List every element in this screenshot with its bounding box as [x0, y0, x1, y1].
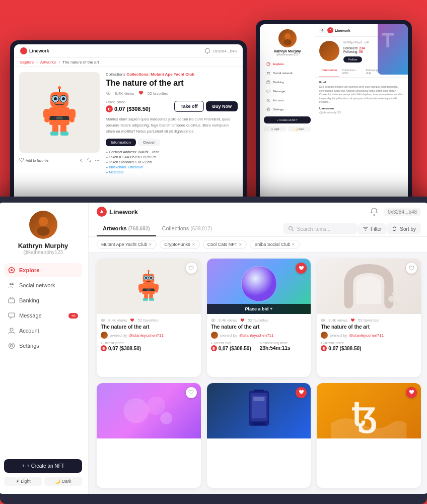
- laptop-sort-btn[interactable]: Sort by: [387, 223, 421, 234]
- nft-card-3-heart[interactable]: [406, 263, 417, 274]
- tablet-right-nav-account[interactable]: Account: [264, 96, 311, 104]
- tablet-right-nav-social[interactable]: Social network: [264, 69, 311, 77]
- message-nav-icon: [8, 312, 15, 319]
- laptop-nav-account[interactable]: Account: [4, 324, 82, 338]
- nft-card-1-heart[interactable]: [186, 263, 197, 274]
- nft-tezos: ꜩ: [317, 383, 421, 438]
- explore-nav-icon: [8, 267, 15, 274]
- views-icon-3: [321, 318, 325, 323]
- tag-shiba[interactable]: Shiba Social Club ✕: [250, 240, 300, 249]
- svg-rect-5: [267, 81, 270, 84]
- laptop-light-btn[interactable]: ☀ Light: [4, 477, 42, 486]
- nft-card-6-heart[interactable]: [406, 387, 417, 398]
- tt-breadcrumb: Explore › Artworks › The nature of the a…: [14, 58, 243, 67]
- nft-card-1-stats: 8.4k views 52 favorites: [101, 318, 197, 323]
- svg-point-81: [212, 320, 214, 321]
- svg-point-71: [155, 289, 158, 292]
- tablet-right-create-btn[interactable]: + Create an NFT: [264, 116, 311, 123]
- tablet-right-nav-explore[interactable]: Explore: [264, 60, 311, 68]
- laptop-tab-collections[interactable]: Collections (639,812): [156, 221, 219, 236]
- svg-point-40: [108, 93, 109, 94]
- tab-information-btn[interactable]: Information: [106, 139, 136, 146]
- nft-card-5-heart[interactable]: [296, 387, 307, 398]
- svg-rect-33: [50, 132, 58, 136]
- nft-card-6-image: ꜩ: [317, 383, 421, 438]
- laptop-nav: Explore Social network Banking Message +…: [4, 263, 82, 455]
- nft-card-2-bid-btn[interactable]: Place a bid +: [207, 304, 311, 314]
- laptop-nft-grid: 8.4k views 52 favorites The nature of th…: [89, 253, 427, 494]
- tablet-right-nav-settings[interactable]: Settings: [264, 105, 311, 113]
- tablet-right-dark-btn[interactable]: 🌙 Dark: [288, 127, 311, 132]
- tt-buy-now-btn[interactable]: Buy Now: [206, 101, 238, 111]
- tag-mutant-ape[interactable]: Mutant Ape Yacht Club ✕: [97, 240, 157, 249]
- tablet-right-logo-text: Linework: [335, 29, 350, 32]
- nft-card-2-price: Ð 0,07 ($308.50): [211, 345, 258, 351]
- svg-point-53: [289, 227, 292, 230]
- nft-phone: [207, 383, 311, 438]
- laptop-bell-icon[interactable]: [370, 207, 379, 216]
- tab-owner-btn[interactable]: Owner: [138, 139, 160, 146]
- views-icon-1: [101, 318, 105, 323]
- nft-card-1-title: The nature of the art: [101, 324, 197, 330]
- svg-point-41: [38, 217, 48, 226]
- svg-point-0: [284, 33, 291, 39]
- laptop-search[interactable]: Search items...: [283, 223, 358, 234]
- tablet-right-nav-message[interactable]: Message: [264, 87, 311, 95]
- tablet-right-light-btn[interactable]: ☀ Light: [264, 127, 287, 132]
- tablet-right-brief-title: Brief: [319, 81, 404, 84]
- nft-card-3-owner: owned by @stanleycohen711: [321, 332, 417, 339]
- tt-more-btn[interactable]: [95, 158, 100, 163]
- settings-nav-icon: [8, 342, 15, 349]
- nft-card-2: Place a bid + 8.4k views 52 favorites Th…: [207, 259, 311, 377]
- tt-share-btn[interactable]: [79, 158, 84, 163]
- laptop-tab-artworks[interactable]: Artworks (768,682): [97, 221, 156, 236]
- tag-cool-cats[interactable]: Cool Cats NFT ✕: [203, 240, 247, 249]
- svg-point-19: [54, 97, 57, 100]
- laptop-nav-banking[interactable]: Banking: [4, 293, 82, 307]
- nft-card-4-heart[interactable]: [186, 387, 197, 398]
- laptop-nav-explore[interactable]: Explore: [4, 263, 82, 277]
- bc-explore[interactable]: Explore: [20, 60, 34, 65]
- svg-rect-6: [267, 90, 270, 92]
- tab-collections[interactable]: Collections (268): [339, 67, 363, 77]
- laptop-nav-settings[interactable]: Settings: [4, 339, 82, 353]
- nft-card-2-info: 8.4k views 52 favorites The nature of th…: [207, 314, 311, 355]
- nft-card-1-owner-link[interactable]: @stanleycohen711: [129, 333, 164, 338]
- tag-cryptopunks[interactable]: CryptoPunks ✕: [160, 240, 200, 249]
- tablet-right-brief: Brief Duis expedita beatae sunt ducimus …: [315, 78, 408, 117]
- tt-header-right: 0x3284...b48: [204, 48, 237, 54]
- laptop-create-btn[interactable]: + + Create an NFT: [4, 459, 82, 473]
- nft-card-4: [97, 383, 201, 488]
- laptop-filter-btn[interactable]: Filter: [358, 223, 387, 234]
- svg-point-84: [392, 292, 396, 296]
- laptop-nav-social[interactable]: Social network: [4, 278, 82, 292]
- nft-card-3-owner-link[interactable]: @stanleycohen711: [349, 333, 384, 338]
- nft-card-1-info: 8.4k views 52 favorites The nature of th…: [97, 314, 201, 355]
- svg-point-29: [44, 117, 49, 122]
- nft-card-1: 8.4k views 52 favorites The nature of th…: [97, 259, 201, 377]
- laptop-dark-btn[interactable]: 🌙 Dark: [44, 477, 83, 486]
- tt-favorite-btn[interactable]: Add to favorite: [19, 158, 48, 163]
- laptop-screen: Kathryn Murphy @kathmurphy123 Explore So…: [0, 203, 427, 494]
- tablet-right-back-btn[interactable]: [319, 27, 325, 33]
- tt-artwork-title: The nature of the art: [106, 78, 238, 88]
- bc-artworks[interactable]: Artworks: [40, 60, 56, 65]
- svg-rect-34: [60, 132, 68, 136]
- tt-take-off-btn[interactable]: Take off: [174, 101, 204, 112]
- nft-card-2-price-row: Current bid Ð 0,07 ($308.50) Remaining t…: [211, 341, 307, 351]
- svg-point-10: [207, 53, 208, 54]
- nft-card-3-title: The nature of the art: [321, 324, 417, 330]
- svg-rect-56: [147, 289, 151, 291]
- laptop-nav-message[interactable]: Message +6: [4, 308, 82, 323]
- tt-artwork-actions: Add to favorite: [19, 156, 100, 165]
- laptop-profile: Kathryn Murphy @kathmurphy123: [4, 211, 82, 255]
- nft-card-2-owner-link[interactable]: @stanleycohen711: [239, 333, 274, 338]
- tablet-right-nav-banking[interactable]: Banking: [264, 78, 311, 86]
- fav-icon-3: [350, 318, 355, 323]
- nft-price-icon-3: Ð: [321, 345, 327, 351]
- tt-expand-btn[interactable]: [87, 158, 92, 163]
- tablet-right-follow-btn[interactable]: Follow: [343, 56, 362, 62]
- nft-purple-art: [97, 383, 201, 438]
- tab-information[interactable]: Information: [319, 67, 339, 77]
- tablet-right-avatar: [278, 29, 297, 47]
